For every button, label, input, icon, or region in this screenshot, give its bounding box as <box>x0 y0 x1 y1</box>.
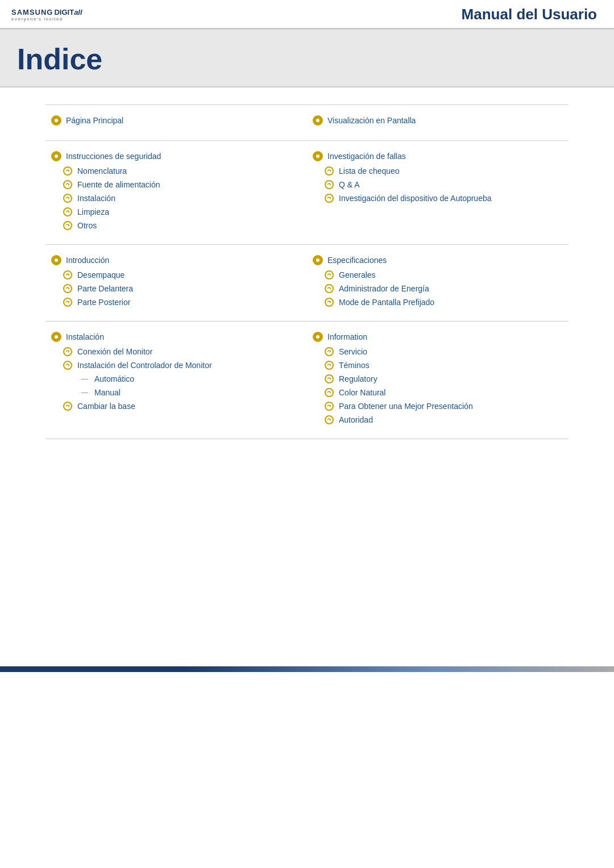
list-item: Fuente de alimentación <box>51 180 301 190</box>
sub-item-icon <box>324 401 334 411</box>
svg-point-10 <box>325 167 333 175</box>
toc-col-left-2: Instrucciones de seguridad Nomenclatura <box>45 151 307 234</box>
toc-link-servicio[interactable]: Servicio <box>339 347 367 356</box>
toc-link-information[interactable]: Information <box>327 332 367 341</box>
toc-link-conexion-monitor[interactable]: Conexión del Monitor <box>77 347 152 356</box>
sub-item-icon <box>63 220 73 231</box>
svg-point-0 <box>64 167 72 175</box>
list-item: Desempaque <box>51 270 301 280</box>
sub-item-icon <box>63 283 73 294</box>
svg-point-18 <box>64 285 72 293</box>
sub-item-icon <box>63 193 73 203</box>
sub-item-icon <box>324 193 334 203</box>
list-item: Limpieza <box>51 207 301 217</box>
sub-item-icon <box>324 180 334 190</box>
sub-item-icon <box>63 180 73 190</box>
toc-col-left-1: Página Principal <box>45 115 307 130</box>
toc-link-autoprueba[interactable]: Investigación del dispositivo de Autopru… <box>339 194 492 203</box>
toc-link-instrucciones[interactable]: Instrucciones de seguridad <box>66 152 161 161</box>
svg-point-40 <box>325 389 333 397</box>
toc-link-admin-energia[interactable]: Administrador de Energía <box>339 284 429 293</box>
sub-item-icon <box>63 347 73 357</box>
bottom-bar <box>0 666 614 672</box>
toc-link-lista-chequeo[interactable]: Lista de chequeo <box>339 166 400 176</box>
toc-link-instalacion-seg[interactable]: Instalación <box>77 194 115 203</box>
list-item: Introducción <box>51 255 301 265</box>
toc-link-pagina-principal[interactable]: Página Principal <box>66 116 123 125</box>
svg-point-6 <box>64 208 72 216</box>
main-item-icon <box>51 255 61 265</box>
list-item: Para Obtener una Mejor Presentación <box>313 401 563 411</box>
list-item: Q & A <box>313 180 563 190</box>
toc-link-qanda[interactable]: Q & A <box>339 180 360 189</box>
sub-item-icon <box>324 297 334 307</box>
toc-link-introduccion[interactable]: Introducción <box>66 256 109 265</box>
main-item-icon <box>313 151 323 161</box>
list-item: Investigación de fallas <box>313 151 563 161</box>
toc-link-parte-posterior[interactable]: Parte Posterior <box>77 298 130 307</box>
main-item-icon <box>51 332 61 342</box>
sub-item-icon <box>63 207 73 217</box>
svg-point-4 <box>64 194 72 202</box>
svg-point-20 <box>64 298 72 306</box>
list-item: Regulatory <box>313 374 563 384</box>
toc-link-automatico[interactable]: Automático <box>94 374 134 383</box>
logo-digit: DIGITall <box>54 8 82 16</box>
toc-link-regulatory[interactable]: Regulatory <box>339 374 377 383</box>
svg-point-2 <box>64 181 72 189</box>
svg-point-12 <box>325 181 333 189</box>
sub-item-icon <box>63 297 73 307</box>
toc-link-parte-delantera[interactable]: Parte Delantera <box>77 284 133 293</box>
toc-link-manual[interactable]: Manual <box>94 388 121 397</box>
toc-link-desempaque[interactable]: Desempaque <box>77 270 125 279</box>
list-item: Generales <box>313 270 563 280</box>
toc-section-1: Página Principal Visualización en Pantal… <box>45 105 569 141</box>
toc-link-autoridad[interactable]: Autoridad <box>339 415 373 424</box>
toc-link-instalacion[interactable]: Instalación <box>66 332 104 341</box>
toc-link-instalacion-controlador[interactable]: Instalación del Controlador de Monitor <box>77 361 212 370</box>
toc-link-limpieza[interactable]: Limpieza <box>77 207 109 216</box>
sub-item-icon <box>324 166 334 176</box>
list-item: Instalación <box>51 332 301 342</box>
sub-item-icon <box>324 347 334 357</box>
list-item: Parte Posterior <box>51 297 301 307</box>
sub-item-icon <box>324 283 334 294</box>
list-item: Servicio <box>313 347 563 357</box>
toc-col-right-3: Especificaciones Generales <box>307 255 569 311</box>
svg-point-32 <box>64 402 72 410</box>
sub-item-icon <box>63 166 73 176</box>
sub-item-icon <box>324 374 334 384</box>
main-item-icon <box>313 115 323 126</box>
svg-point-24 <box>325 285 333 293</box>
toc-link-mejor-presentacion[interactable]: Para Obtener una Mejor Presentación <box>339 402 473 411</box>
sub-item-icon <box>63 270 73 280</box>
manual-title: Manual del Usuario <box>462 6 597 23</box>
toc-link-teminos[interactable]: Téminos <box>339 361 370 370</box>
list-item: Color Natural <box>313 387 563 398</box>
toc-link-investigacion[interactable]: Investigación de fallas <box>327 152 406 161</box>
toc-link-nomenclatura[interactable]: Nomenclatura <box>77 166 127 176</box>
toc-link-especificaciones[interactable]: Especificaciones <box>327 256 387 265</box>
main-item-icon <box>313 332 323 342</box>
toc-col-right-2: Investigación de fallas Lista de chequeo <box>307 151 569 234</box>
svg-point-30 <box>64 361 72 369</box>
svg-point-16 <box>64 271 72 279</box>
toc-link-generales[interactable]: Generales <box>339 270 376 279</box>
toc-col-right-1: Visualización en Pantalla <box>307 115 569 130</box>
toc-link-visualizacion[interactable]: Visualización en Pantalla <box>327 116 416 125</box>
sub-item-icon <box>324 387 334 398</box>
toc-link-mode-pantalla[interactable]: Mode de Pantalla Prefijado <box>339 298 434 307</box>
toc-col-left-4: Instalación Conexión del Monitor <box>45 332 307 428</box>
svg-point-42 <box>325 402 333 410</box>
sub-item-icon <box>324 270 334 280</box>
logo-tagline: everyone's invited <box>11 16 82 22</box>
list-item: Administrador de Energía <box>313 283 563 294</box>
toc-link-otros[interactable]: Otros <box>77 221 97 230</box>
list-item: Automático <box>51 374 301 384</box>
toc-content: Página Principal Visualización en Pantal… <box>0 105 614 439</box>
toc-link-color-natural[interactable]: Color Natural <box>339 388 385 397</box>
svg-point-14 <box>325 194 333 202</box>
list-item: Nomenclatura <box>51 166 301 176</box>
toc-link-cambiar-base[interactable]: Cambiar la base <box>77 402 135 411</box>
toc-link-fuente[interactable]: Fuente de alimentación <box>77 180 160 189</box>
